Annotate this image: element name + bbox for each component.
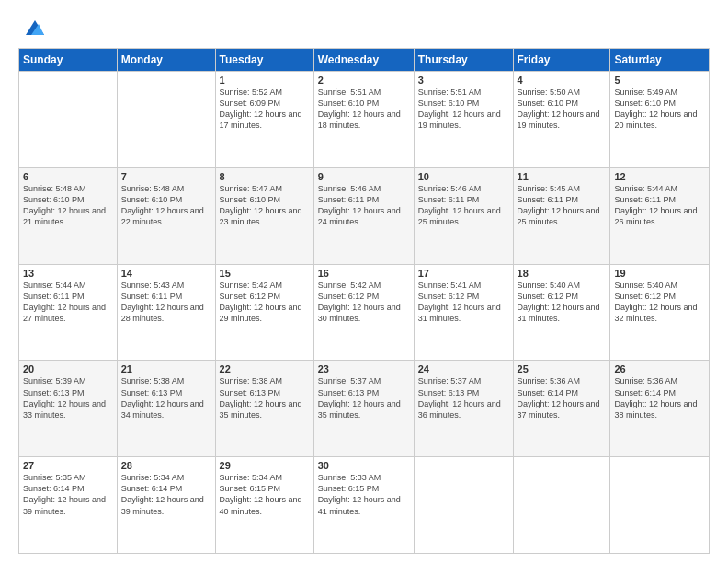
calendar-cell: 13Sunrise: 5:44 AM Sunset: 6:11 PM Dayli… [19,264,118,361]
weekday-header: Sunday [19,49,118,72]
day-info: Sunrise: 5:37 AM Sunset: 6:13 PM Dayligh… [418,375,509,420]
day-number: 25 [518,363,607,374]
calendar-cell: 12Sunrise: 5:44 AM Sunset: 6:11 PM Dayli… [610,167,710,264]
day-number: 11 [518,171,607,182]
day-info: Sunrise: 5:45 AM Sunset: 6:11 PM Dayligh… [518,183,607,228]
day-info: Sunrise: 5:36 AM Sunset: 6:14 PM Dayligh… [614,375,705,420]
day-info: Sunrise: 5:51 AM Sunset: 6:10 PM Dayligh… [418,86,509,132]
day-info: Sunrise: 5:50 AM Sunset: 6:10 PM Dayligh… [518,86,607,132]
day-number: 24 [418,363,509,374]
day-number: 20 [23,363,113,374]
calendar-cell [513,457,610,554]
day-info: Sunrise: 5:51 AM Sunset: 6:10 PM Dayligh… [318,86,410,132]
day-info: Sunrise: 5:39 AM Sunset: 6:13 PM Dayligh… [23,375,113,420]
day-info: Sunrise: 5:47 AM Sunset: 6:10 PM Dayligh… [220,183,310,228]
day-info: Sunrise: 5:36 AM Sunset: 6:14 PM Dayligh… [518,375,607,420]
calendar-week-row: 13Sunrise: 5:44 AM Sunset: 6:11 PM Dayli… [19,264,710,361]
weekday-header: Saturday [610,49,710,72]
day-number: 16 [318,268,410,279]
day-info: Sunrise: 5:48 AM Sunset: 6:10 PM Dayligh… [23,183,113,228]
day-info: Sunrise: 5:42 AM Sunset: 6:12 PM Dayligh… [318,280,410,325]
calendar-cell: 20Sunrise: 5:39 AM Sunset: 6:13 PM Dayli… [19,361,118,457]
calendar-week-row: 6Sunrise: 5:48 AM Sunset: 6:10 PM Daylig… [19,167,710,264]
calendar-cell: 5Sunrise: 5:49 AM Sunset: 6:10 PM Daylig… [610,72,710,168]
calendar-cell: 9Sunrise: 5:46 AM Sunset: 6:11 PM Daylig… [313,167,414,264]
day-info: Sunrise: 5:46 AM Sunset: 6:11 PM Dayligh… [418,183,509,228]
calendar-cell: 14Sunrise: 5:43 AM Sunset: 6:11 PM Dayli… [117,264,215,361]
day-info: Sunrise: 5:42 AM Sunset: 6:12 PM Dayligh… [220,280,310,325]
calendar-cell: 2Sunrise: 5:51 AM Sunset: 6:10 PM Daylig… [313,72,414,168]
weekday-header: Wednesday [313,49,414,72]
calendar-cell: 27Sunrise: 5:35 AM Sunset: 6:14 PM Dayli… [19,457,118,554]
day-info: Sunrise: 5:34 AM Sunset: 6:14 PM Dayligh… [121,472,211,517]
day-number: 17 [418,268,509,279]
day-info: Sunrise: 5:40 AM Sunset: 6:12 PM Dayligh… [614,280,705,325]
day-number: 5 [614,75,705,86]
day-number: 12 [614,171,705,182]
day-info: Sunrise: 5:44 AM Sunset: 6:11 PM Dayligh… [23,280,113,325]
calendar-cell: 17Sunrise: 5:41 AM Sunset: 6:12 PM Dayli… [414,264,513,361]
weekday-header: Friday [513,49,610,72]
calendar-cell [414,457,513,554]
calendar-cell: 26Sunrise: 5:36 AM Sunset: 6:14 PM Dayli… [610,361,710,457]
page: SundayMondayTuesdayWednesdayThursdayFrid… [0,0,728,563]
day-info: Sunrise: 5:43 AM Sunset: 6:11 PM Dayligh… [121,280,211,325]
day-info: Sunrise: 5:33 AM Sunset: 6:15 PM Dayligh… [318,472,410,517]
day-number: 3 [418,75,509,86]
day-number: 9 [318,171,410,182]
day-info: Sunrise: 5:40 AM Sunset: 6:12 PM Dayligh… [518,280,607,325]
calendar-cell: 4Sunrise: 5:50 AM Sunset: 6:10 PM Daylig… [513,72,610,168]
calendar-cell [610,457,710,554]
day-info: Sunrise: 5:38 AM Sunset: 6:13 PM Dayligh… [220,375,310,420]
calendar-cell [117,72,215,168]
day-info: Sunrise: 5:48 AM Sunset: 6:10 PM Dayligh… [121,183,211,228]
calendar-week-row: 20Sunrise: 5:39 AM Sunset: 6:13 PM Dayli… [19,361,710,457]
day-info: Sunrise: 5:37 AM Sunset: 6:13 PM Dayligh… [318,375,410,420]
logo-icon [22,15,48,40]
calendar-cell: 1Sunrise: 5:52 AM Sunset: 6:09 PM Daylig… [215,72,313,168]
calendar-cell: 3Sunrise: 5:51 AM Sunset: 6:10 PM Daylig… [414,72,513,168]
day-number: 15 [220,268,310,279]
day-number: 19 [614,268,705,279]
day-number: 14 [121,268,211,279]
calendar-cell: 30Sunrise: 5:33 AM Sunset: 6:15 PM Dayli… [313,457,414,554]
calendar-cell: 11Sunrise: 5:45 AM Sunset: 6:11 PM Dayli… [513,167,610,264]
calendar: SundayMondayTuesdayWednesdayThursdayFrid… [18,48,710,554]
header [18,15,710,40]
day-number: 30 [318,460,410,471]
calendar-cell: 29Sunrise: 5:34 AM Sunset: 6:15 PM Dayli… [215,457,313,554]
day-number: 26 [614,363,705,374]
day-number: 1 [220,75,310,86]
calendar-cell: 8Sunrise: 5:47 AM Sunset: 6:10 PM Daylig… [215,167,313,264]
calendar-cell: 24Sunrise: 5:37 AM Sunset: 6:13 PM Dayli… [414,361,513,457]
calendar-week-row: 1Sunrise: 5:52 AM Sunset: 6:09 PM Daylig… [19,72,710,168]
day-number: 28 [121,460,211,471]
day-number: 18 [518,268,607,279]
calendar-cell [19,72,118,168]
day-number: 2 [318,75,410,86]
calendar-cell: 25Sunrise: 5:36 AM Sunset: 6:14 PM Dayli… [513,361,610,457]
day-number: 23 [318,363,410,374]
day-number: 7 [121,171,211,182]
calendar-cell: 19Sunrise: 5:40 AM Sunset: 6:12 PM Dayli… [610,264,710,361]
day-number: 4 [518,75,607,86]
calendar-header-row: SundayMondayTuesdayWednesdayThursdayFrid… [19,49,710,72]
day-info: Sunrise: 5:35 AM Sunset: 6:14 PM Dayligh… [23,472,113,517]
calendar-cell: 6Sunrise: 5:48 AM Sunset: 6:10 PM Daylig… [19,167,118,264]
calendar-cell: 22Sunrise: 5:38 AM Sunset: 6:13 PM Dayli… [215,361,313,457]
logo [18,15,48,40]
day-info: Sunrise: 5:44 AM Sunset: 6:11 PM Dayligh… [614,183,705,228]
weekday-header: Thursday [414,49,513,72]
day-number: 6 [23,171,113,182]
day-number: 13 [23,268,113,279]
calendar-cell: 18Sunrise: 5:40 AM Sunset: 6:12 PM Dayli… [513,264,610,361]
day-info: Sunrise: 5:38 AM Sunset: 6:13 PM Dayligh… [121,375,211,420]
day-number: 10 [418,171,509,182]
day-number: 21 [121,363,211,374]
day-info: Sunrise: 5:52 AM Sunset: 6:09 PM Dayligh… [220,86,310,132]
day-number: 27 [23,460,113,471]
day-info: Sunrise: 5:41 AM Sunset: 6:12 PM Dayligh… [418,280,509,325]
calendar-cell: 28Sunrise: 5:34 AM Sunset: 6:14 PM Dayli… [117,457,215,554]
day-number: 8 [220,171,310,182]
day-number: 22 [220,363,310,374]
